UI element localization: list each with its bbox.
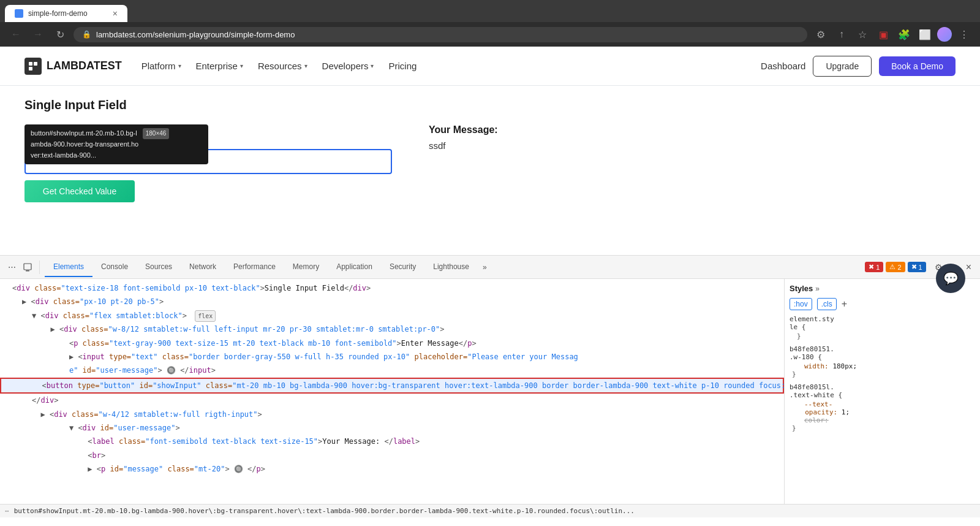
menu-icon[interactable]: ⋮ [956, 26, 973, 43]
svg-rect-3 [24, 264, 31, 270]
elements-tab-label: Elements [53, 262, 84, 271]
profile-avatar[interactable] [937, 27, 952, 42]
tab-console[interactable]: Console [92, 257, 137, 277]
book-demo-button[interactable]: Book a Demo [879, 56, 956, 76]
dom-line-2: ▶ <div class="px-10 pt-20 pb-5"> [0, 295, 784, 308]
styles-panel: Styles » :hov .cls + element.style { } b… [784, 279, 980, 517]
dom-tree[interactable]: <div class="text-size-18 font-semibold p… [0, 279, 784, 517]
styles-sub-bar: :hov .cls + [790, 298, 975, 310]
browser-toolbar: ⚙ ↑ ☆ ▣ 🧩 ⬜ ⋮ [812, 26, 973, 43]
status-bar-text: button#showInput.mt-20.mb-10.bg-lambda-9… [14, 507, 635, 515]
dom-line-7: e" id="user-message"> 🔘 </input> [0, 364, 784, 377]
omnibar-row: ← → ↻ 🔒 lambdatest.com/selenium-playgrou… [0, 22, 980, 47]
nav-platform[interactable]: Platform ▾ [141, 61, 181, 71]
style-block-text-white: b48fe8015l..text-white { --text- opacity… [790, 383, 975, 432]
get-checked-value-button[interactable]: Get Checked Value [24, 180, 135, 202]
tooltip-size: 180×46 [143, 128, 170, 139]
devtools-tabs: Elements Console Sources Network Perform… [45, 257, 865, 277]
left-column: button#showInput.mt-20.mb-10.bg-l 180×46… [24, 124, 392, 202]
dom-line-3: ▼ <div class="flex smtablet:block"> flex [0, 309, 784, 322]
tab-memory[interactable]: Memory [284, 257, 328, 277]
platform-chevron-icon: ▾ [178, 63, 181, 69]
chat-icon: 💬 [943, 271, 959, 286]
svg-rect-1 [34, 62, 37, 66]
nav-developers[interactable]: Developers ▾ [322, 61, 374, 71]
browser-tab[interactable]: simple-form-demo × [5, 5, 127, 22]
nav-enterprise-label: Enterprise [196, 61, 238, 71]
devtools-content: <div class="text-size-18 font-semibold p… [0, 279, 980, 517]
url-path: simple-form-demo [231, 30, 295, 39]
tab-security[interactable]: Security [381, 257, 424, 277]
logo-icon [24, 58, 42, 75]
tab-lighthouse[interactable]: Lighthouse [424, 257, 478, 277]
width-prop-value: 180px; [832, 362, 857, 370]
dom-line-10: ▶ <div class="w-4/12 smtablet:w-full rig… [0, 408, 784, 421]
page-title: Single Input Field [24, 98, 956, 112]
tooltip-line3: ver:text-lambda-900... [31, 150, 202, 161]
device-toolbar-icon[interactable] [21, 261, 34, 274]
tooltip-line1: button#showInput.mt-20.mb-10.bg-l 180×46 [31, 128, 202, 139]
input-section: button#showInput.mt-20.mb-10.bg-l 180×46… [24, 124, 956, 202]
security-tab-label: Security [390, 262, 416, 271]
chat-bubble-button[interactable]: 💬 [936, 264, 965, 293]
styles-chevron-icon[interactable]: » [815, 284, 820, 293]
nav-resources[interactable]: Resources ▾ [258, 61, 307, 71]
forward-button[interactable]: → [29, 26, 47, 43]
svg-rect-2 [29, 67, 32, 71]
nav-pricing[interactable]: Pricing [388, 61, 417, 71]
puzzle-icon[interactable]: 🧩 [895, 26, 913, 43]
info-icon: ✖ [911, 263, 917, 271]
tab-label: simple-form-demo [28, 9, 88, 18]
address-bar[interactable]: 🔒 lambdatest.com/selenium-playground/sim… [74, 27, 807, 42]
dashboard-link[interactable]: Dashboard [761, 61, 805, 71]
color-prop-name: color: [797, 416, 829, 424]
tab-bar: simple-form-demo × [0, 0, 980, 22]
back-button[interactable]: ← [7, 26, 24, 43]
hover-state-button[interactable]: :hov [790, 298, 812, 310]
nav-enterprise[interactable]: Enterprise ▾ [196, 61, 243, 71]
dom-line-4: ▶ <div class="w-8/12 smtablet:w-full lef… [0, 322, 784, 336]
add-style-icon[interactable]: + [842, 299, 847, 310]
extensions-google-icon[interactable]: ⚙ [812, 26, 829, 43]
resources-chevron-icon: ▾ [304, 63, 307, 69]
tab-network[interactable]: Network [181, 257, 225, 277]
message-value-display: ssdf [429, 140, 498, 151]
dom-line-11: ▼ <div id="user-message"> [0, 421, 784, 435]
nav-platform-label: Platform [141, 61, 176, 71]
text-opacity-value: 1; [842, 408, 850, 416]
devtools-toolbar: ⋯ Elements Console Sources [0, 256, 980, 279]
network-tab-label: Network [189, 262, 216, 271]
tab-application[interactable]: Application [328, 257, 381, 277]
performance-tab-label: Performance [233, 262, 276, 271]
status-bar-icon[interactable]: ⋯ [5, 507, 9, 515]
lock-icon: 🔒 [82, 30, 91, 39]
memory-tab-label: Memory [293, 262, 319, 271]
split-view-icon[interactable]: ⬜ [916, 26, 933, 43]
warning-badge[interactable]: ⚠ 2 [886, 262, 905, 272]
reload-button[interactable]: ↻ [51, 26, 69, 43]
error-badge[interactable]: ✖ 1 [865, 262, 883, 272]
error-count: 1 [876, 264, 880, 271]
page-content: Single Input Field button#showInput.mt-2… [0, 86, 980, 255]
share-icon[interactable]: ↑ [833, 26, 850, 43]
tab-sources[interactable]: Sources [137, 257, 181, 277]
info-badge[interactable]: ✖ 1 [908, 262, 926, 272]
site-header: LAMBDATEST Platform ▾ Enterprise ▾ Resou… [0, 47, 980, 86]
tab-elements[interactable]: Elements [45, 257, 92, 277]
tab-performance[interactable]: Performance [225, 257, 284, 277]
devtools-toolbar-icons: ⋯ [5, 261, 40, 274]
nav-pricing-label: Pricing [388, 61, 417, 71]
cls-button[interactable]: .cls [817, 298, 837, 310]
bookmark-icon[interactable]: ☆ [854, 26, 871, 43]
inspect-element-icon[interactable]: ⋯ [5, 261, 18, 274]
lighthouse-tab-label: Lighthouse [433, 262, 469, 271]
dom-line-1: <div class="text-size-18 font-semibold p… [0, 281, 784, 295]
tooltip-line2: ambda-900.hover:bg-transparent.ho [31, 139, 202, 150]
tab-favicon [15, 9, 23, 18]
adblock-icon[interactable]: ▣ [875, 26, 892, 43]
tab-close-icon[interactable]: × [113, 9, 118, 18]
your-message-label: Your Message: [429, 124, 498, 135]
devtools-panel: ⋯ Elements Console Sources [0, 255, 980, 517]
more-tabs-button[interactable]: » [478, 258, 492, 276]
upgrade-button[interactable]: Upgrade [813, 56, 872, 77]
